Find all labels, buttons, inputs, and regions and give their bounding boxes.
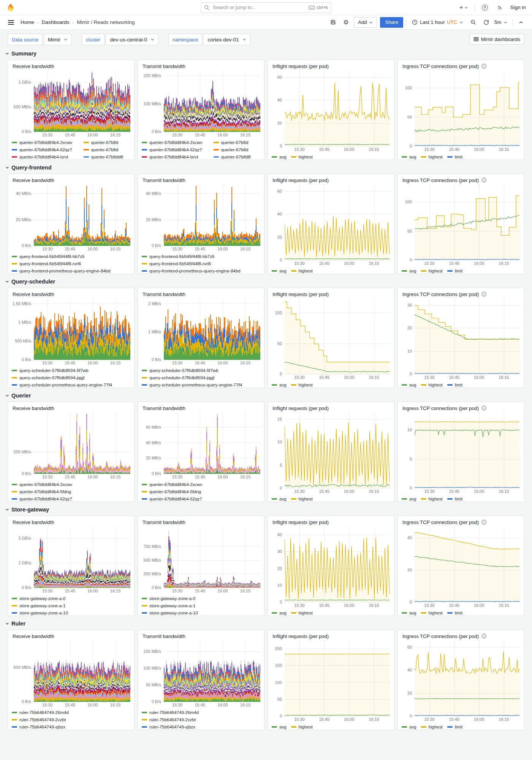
legend-item[interactable]: querier-67b8dd84b4-62qz7 <box>142 497 202 501</box>
chart-canvas[interactable] <box>34 184 130 246</box>
panel-title[interactable]: Ingress TCP connections (per pod) <box>402 519 479 525</box>
chart-canvas[interactable] <box>285 412 390 488</box>
legend-item[interactable]: querier-67b8d <box>84 140 130 145</box>
chart-canvas[interactable] <box>415 184 520 260</box>
variable-value-dropdown[interactable]: cortex-dev-01 <box>203 34 250 45</box>
section-header-querier[interactable]: Querier <box>5 392 527 399</box>
panel-title[interactable]: Transmit bandwidth <box>142 633 185 639</box>
legend-item[interactable]: query-frontend-prometheus-query-engine-8… <box>12 269 111 273</box>
search-box[interactable]: ctrl+k <box>201 2 331 13</box>
panel-title[interactable]: Ingress TCP connections (per pod) <box>402 633 479 639</box>
legend-item[interactable]: querier-67b8dd8 <box>84 155 130 159</box>
legend-item[interactable]: store-gateway-zone-a-0 <box>12 596 65 601</box>
info-icon[interactable] <box>481 63 487 69</box>
legend-item-avg[interactable]: avg <box>402 383 416 387</box>
legend-item-avg[interactable]: avg <box>272 269 287 273</box>
mega-menu-button[interactable] <box>6 17 16 28</box>
legend-item-highest[interactable]: highest <box>291 611 313 615</box>
search-input[interactable] <box>212 4 306 11</box>
legend-item[interactable]: query-frontend-prometheus-query-engine-8… <box>142 269 241 273</box>
panel-title[interactable]: Inflight requests (per pod) <box>272 633 329 639</box>
chart-canvas[interactable] <box>164 412 260 474</box>
section-header-query-scheduler[interactable]: Query-scheduler <box>5 278 527 285</box>
panel-title[interactable]: Receive bandwidth <box>13 291 54 297</box>
chart-canvas[interactable] <box>285 526 390 602</box>
legend-item[interactable]: querier-67b8d <box>214 147 260 152</box>
legend-item-highest[interactable]: highest <box>421 269 443 273</box>
legend-item[interactable]: query-scheduler-57f6db8594-5f7wb <box>12 368 89 373</box>
section-header-ruler[interactable]: Ruler <box>5 620 527 627</box>
section-header-store-gateway[interactable]: Store-gateway <box>5 506 527 513</box>
legend-item[interactable]: querier-67b8d8 <box>214 155 260 159</box>
variable-label[interactable]: Data source <box>8 34 43 45</box>
legend-item-avg[interactable]: avg <box>402 497 416 501</box>
panel-title[interactable]: Inflight requests (per pod) <box>272 291 329 297</box>
info-icon[interactable] <box>481 291 487 297</box>
legend-item[interactable]: query-scheduler-57f6db8594-jqgjl <box>12 375 84 380</box>
breadcrumb-home[interactable]: Home <box>21 19 34 25</box>
chart-canvas[interactable] <box>285 184 390 260</box>
chart-canvas[interactable] <box>164 70 260 132</box>
panel-title[interactable]: Transmit bandwidth <box>142 63 185 69</box>
panel-title[interactable]: Inflight requests (per pod) <box>272 177 329 183</box>
legend-item[interactable]: query-scheduler-57f6db8594-jqgjl <box>142 375 214 380</box>
chart-canvas[interactable] <box>34 640 130 702</box>
section-header-summary[interactable]: Summary <box>5 50 527 57</box>
legend-item-limit[interactable]: limit <box>447 383 462 387</box>
legend-item-limit[interactable]: limit <box>447 725 462 729</box>
legend-item[interactable]: querier-67b8d <box>214 140 260 145</box>
legend-item-avg[interactable]: avg <box>272 383 287 387</box>
legend-item-highest[interactable]: highest <box>421 155 443 159</box>
legend-item-highest[interactable]: highest <box>291 725 313 729</box>
chart-canvas[interactable] <box>415 526 520 602</box>
legend-item[interactable]: ruler-75b6464749-2vzbt <box>12 717 66 722</box>
legend-item-highest[interactable]: highest <box>421 497 443 501</box>
section-header-query-frontend[interactable]: Query-frontend <box>5 164 527 171</box>
legend-item[interactable]: query-scheduler-57f6db8594-5f7wb <box>142 368 218 373</box>
dashboard-settings-button[interactable]: ⚙ <box>341 17 351 28</box>
chart-canvas[interactable] <box>34 526 130 588</box>
collapse-toolbar-button[interactable] <box>516 17 526 28</box>
share-button[interactable]: Share <box>380 17 403 28</box>
chart-canvas[interactable] <box>285 298 390 374</box>
chart-canvas[interactable] <box>415 70 520 146</box>
chart-canvas[interactable] <box>285 70 390 146</box>
variable-value-dropdown[interactable]: Mimir <box>44 34 72 45</box>
add-panel-button[interactable]: Add <box>354 17 377 28</box>
legend-item-limit[interactable]: limit <box>447 611 462 615</box>
panel-title[interactable]: Receive bandwidth <box>13 519 54 525</box>
legend-item[interactable]: query-frontend-5b545f44f8-rvrl6 <box>12 261 81 266</box>
legend-item[interactable]: query-scheduler-prometheus-query-engine-… <box>12 383 112 387</box>
panel-title[interactable]: Transmit bandwidth <box>142 291 185 297</box>
legend-item[interactable]: query-frontend-5b545f44f8-hb7z5 <box>12 254 84 259</box>
legend-item-avg[interactable]: avg <box>272 611 287 615</box>
panel-title[interactable]: Inflight requests (per pod) <box>272 405 329 411</box>
info-icon[interactable] <box>481 177 487 183</box>
legend-item[interactable]: ruler-75b6464749-2vzbt <box>142 717 196 722</box>
legend-item-highest[interactable]: highest <box>421 383 443 387</box>
panel-title[interactable]: Inflight requests (per pod) <box>272 519 329 525</box>
legend-item[interactable]: querier-67b8dd84b4-2xcwv <box>142 482 202 487</box>
legend-item-highest[interactable]: highest <box>421 725 443 729</box>
legend-item-avg[interactable]: avg <box>402 725 416 729</box>
breadcrumb-dashboards[interactable]: Dashboards <box>42 19 70 25</box>
legend-item[interactable]: ruler-75b6464749-sjbzx <box>142 725 195 729</box>
chart-canvas[interactable] <box>415 640 520 716</box>
panel-title[interactable]: Ingress TCP connections (per pod) <box>402 291 479 297</box>
legend-item-avg[interactable]: avg <box>272 725 287 729</box>
help-button[interactable]: ? <box>480 2 490 13</box>
legend-item-limit[interactable]: limit <box>447 269 462 273</box>
panel-title[interactable]: Receive bandwidth <box>13 633 54 639</box>
legend-item[interactable]: querier-67b8dd84b4-62qz7 <box>142 147 208 152</box>
legend-item[interactable]: query-frontend-5b545f44f8-hb7z5 <box>142 254 214 259</box>
save-dashboard-button[interactable] <box>328 17 338 28</box>
legend-item-highest[interactable]: highest <box>291 269 313 273</box>
legend-item[interactable]: querier-67b8dd84b4-2xcwv <box>12 482 72 487</box>
legend-item[interactable]: querier-67b8dd84b4-2xcwv <box>142 140 208 145</box>
info-icon[interactable] <box>481 519 487 525</box>
panel-title[interactable]: Receive bandwidth <box>13 405 54 411</box>
info-icon[interactable] <box>481 405 487 411</box>
legend-item[interactable]: ruler-75b6464749-26m4d <box>12 710 69 715</box>
panel-title[interactable]: Transmit bandwidth <box>142 405 185 411</box>
time-range-picker[interactable]: Last 1 hour UTC <box>410 17 466 28</box>
